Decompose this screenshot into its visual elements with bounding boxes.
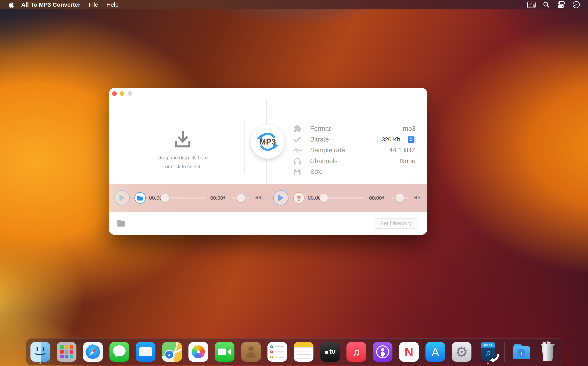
trash-icon: [296, 195, 302, 201]
detail-label: Sample rate: [310, 146, 389, 154]
minimize-button[interactable]: [120, 91, 124, 96]
apple-menu[interactable]: [9, 1, 15, 8]
dock-item-facetime[interactable]: [215, 342, 235, 362]
dock-item-settings[interactable]: ⚙: [452, 342, 471, 362]
detail-label: Channels: [310, 157, 400, 165]
menubar-app-name[interactable]: All To MP3 Converter: [21, 1, 80, 8]
file-dropzone[interactable]: Drag and drop file here or click to sele…: [121, 122, 244, 174]
waveform-icon: [293, 146, 302, 154]
time-position: 00:00: [149, 195, 162, 201]
popup-stepper-icon: [408, 136, 415, 143]
folder-icon: [137, 195, 143, 201]
dock-item-mp3-converter[interactable]: MP3 ♫: [478, 342, 498, 362]
headphones-icon: [293, 157, 302, 165]
slider-thumb[interactable]: [161, 194, 169, 202]
set-directory-button[interactable]: Set Directory: [374, 218, 418, 229]
output-details: Format .mp3 Bitrate 320 Kb...: [293, 123, 416, 177]
mp3-app-label: MP3: [481, 343, 495, 348]
volume-slider[interactable]: [228, 194, 254, 202]
open-file-button[interactable]: [134, 192, 146, 204]
detail-value: .mp3: [401, 125, 416, 132]
svg-text:⌘: ⌘: [532, 4, 535, 7]
player-output: 00:00 00:00: [268, 183, 427, 212]
progress-slider[interactable]: [161, 194, 210, 202]
menubar-status-area: ⌘: [527, 1, 580, 9]
menu-file[interactable]: File: [89, 1, 98, 8]
dropzone-line2: or click to select: [165, 164, 200, 169]
detail-label: Format: [310, 125, 401, 132]
play-button[interactable]: [114, 190, 130, 206]
gear-icon: ⚙: [455, 344, 468, 360]
dock-divider: [504, 342, 505, 361]
dock-item-finder[interactable]: [31, 342, 50, 362]
bitrate-value: 320 Kb...: [378, 136, 408, 143]
speaker-loud-icon: [414, 195, 421, 201]
dock-item-photos[interactable]: [188, 342, 208, 362]
speaker-mute-icon: [381, 195, 386, 201]
speaker-loud-icon: [255, 195, 262, 201]
dock: ▲ tv ♫ N: [26, 338, 562, 366]
window-command-icon[interactable]: ⌘: [527, 1, 536, 8]
convert-arrow-icon: [489, 353, 499, 363]
dock-item-messages[interactable]: [110, 342, 129, 362]
progress-slider[interactable]: [320, 194, 369, 202]
dock-item-music[interactable]: ♫: [346, 342, 366, 362]
dock-item-tv[interactable]: tv: [320, 342, 340, 362]
play-button[interactable]: [273, 190, 289, 206]
time-position: 00:00: [308, 195, 321, 201]
dock-item-launchpad[interactable]: [57, 342, 77, 362]
dropzone-line1: Drag and drop file here: [158, 155, 208, 161]
dock-item-mail[interactable]: [136, 342, 156, 362]
output-folder-icon[interactable]: [117, 219, 126, 228]
dock-item-downloads[interactable]: ↓: [511, 342, 531, 362]
music-note-icon: ♫: [352, 346, 361, 358]
apple-icon: [9, 1, 14, 8]
player-bar: 00:00 00:00: [109, 183, 427, 212]
dock-item-maps[interactable]: ▲: [162, 342, 182, 362]
dock-item-podcasts[interactable]: [373, 342, 392, 362]
detail-row-bitrate: Bitrate 320 Kb...: [293, 134, 416, 145]
detail-value: 44.1 kHZ: [389, 146, 416, 154]
desktop: All To MP3 Converter File Help ⌘: [0, 0, 588, 366]
dock-item-appstore[interactable]: A: [425, 342, 445, 362]
slider-thumb[interactable]: [320, 194, 328, 202]
dock-item-trash[interactable]: [538, 342, 557, 362]
detail-label: Bitrate: [310, 136, 377, 143]
download-tray-icon: [171, 127, 194, 150]
close-button[interactable]: [112, 91, 117, 96]
zoom-button[interactable]: [128, 91, 132, 96]
volume-slider[interactable]: [387, 194, 413, 202]
clock-icon[interactable]: [572, 1, 580, 9]
dock-item-safari[interactable]: [83, 342, 103, 362]
detail-row-samplerate: Sample rate 44.1 kHZ: [293, 145, 416, 155]
detail-row-size: Size: [293, 166, 416, 177]
checkmark-icon: [293, 136, 302, 143]
window-footer: Set Directory: [109, 212, 427, 235]
detail-row-channels: Channels None: [293, 155, 416, 166]
slider-track: [165, 197, 206, 199]
time-volume: 00:00: [369, 195, 382, 201]
dock-item-contacts[interactable]: [241, 342, 261, 362]
slider-thumb[interactable]: [396, 194, 404, 202]
slider-thumb[interactable]: [237, 194, 245, 202]
mp3-convert-badge: MP3: [251, 125, 285, 159]
bitrate-popup[interactable]: 320 Kb...: [377, 135, 416, 144]
menu-bar: All To MP3 Converter File Help ⌘: [0, 0, 588, 9]
player-source: 00:00 00:00: [109, 183, 268, 212]
puzzle-icon: [293, 124, 302, 133]
dock-item-news[interactable]: N: [399, 342, 419, 362]
delete-button[interactable]: [293, 192, 305, 204]
control-center-icon[interactable]: [557, 1, 565, 8]
download-arrow-icon: ↓: [517, 349, 525, 357]
save-icon: [293, 168, 302, 176]
time-volume: 00:00: [210, 195, 223, 201]
running-indicator: [39, 362, 41, 364]
speaker-mute-icon: [222, 195, 227, 201]
spotlight-search-icon[interactable]: [543, 1, 550, 8]
detail-row-format: Format .mp3: [293, 123, 416, 134]
running-indicator: [487, 362, 489, 364]
slider-track: [324, 197, 365, 199]
dock-item-notes[interactable]: [294, 342, 314, 362]
dock-item-reminders[interactable]: [267, 342, 287, 362]
menu-help[interactable]: Help: [107, 1, 119, 8]
